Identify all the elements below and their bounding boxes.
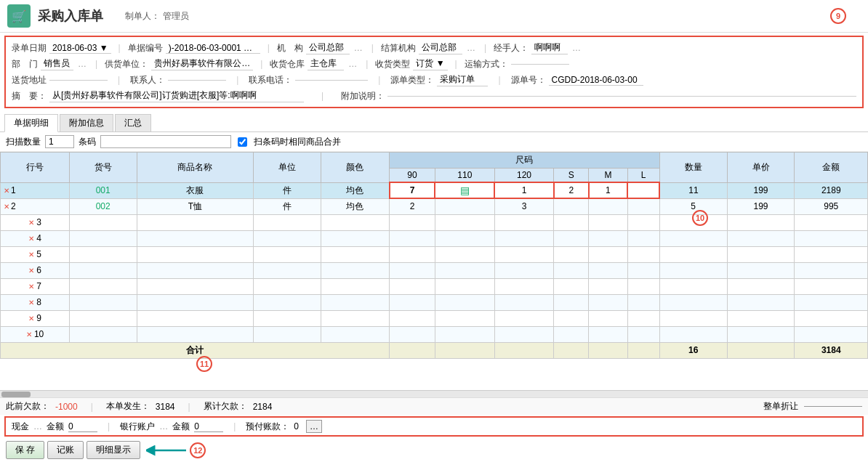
col-rownum: 行号 xyxy=(1,153,70,183)
status-bar: 此前欠款： -1000 | 本单发生： 3184 | 累计欠款： 2184 整单… xyxy=(0,397,868,415)
current-value: 3184 xyxy=(156,402,175,412)
prepay-button[interactable]: … xyxy=(306,420,322,433)
scrollbar-thumb[interactable] xyxy=(1,392,31,397)
action-bar: 保 存 记账 明细显示 12 xyxy=(0,438,868,462)
cell-size-m[interactable] xyxy=(589,198,627,214)
total-debt-label: 累计欠款： xyxy=(204,400,247,413)
barcode-label: 条码 xyxy=(79,136,96,148)
detail-button[interactable]: 明细显示 xyxy=(87,441,140,459)
col-color: 颜色 xyxy=(321,153,389,183)
scan-bar: 扫描数量 条码 扫条码时相同商品合并 xyxy=(0,132,868,152)
bank-label: 银行账户 xyxy=(120,421,155,433)
header-row-1: 行号 货号 商品名称 单位 颜色 尺码 数量 单价 金额 xyxy=(1,153,868,169)
merge-checkbox[interactable] xyxy=(238,137,247,147)
main-table: 行号 货号 商品名称 单位 颜色 尺码 数量 单价 金额 90 110 120 … xyxy=(0,152,868,359)
cell-size-120[interactable]: 1 xyxy=(494,182,554,198)
cell-size-m[interactable]: 1 xyxy=(589,182,627,198)
app-icon: 🛒 xyxy=(7,4,31,28)
payment-row: 现金 … 金额 0 | 银行账户 … 金额 0 | 预付账款： 0 … xyxy=(4,416,864,437)
cash-amount-label: 金额 xyxy=(47,421,64,433)
arrow-icon xyxy=(146,443,190,458)
table-wrapper[interactable]: 10 行号 货号 商品名称 单位 颜色 尺码 数量 单价 金额 90 110 xyxy=(0,152,868,390)
cell-size-l[interactable] xyxy=(627,198,659,214)
table-row[interactable]: ✕ 7 xyxy=(1,278,868,294)
merge-label: 扫条码时相同商品合并 xyxy=(254,136,341,148)
col-goodsno: 货号 xyxy=(69,153,137,183)
col-size-110: 110 xyxy=(435,169,494,183)
cell-amount[interactable]: 995 xyxy=(795,198,868,214)
badge-10: 10 xyxy=(692,210,708,226)
account-button[interactable]: 记账 xyxy=(47,441,84,459)
cell-size-s[interactable]: 2 xyxy=(554,182,589,198)
cell-size-120[interactable]: 3 xyxy=(494,198,554,214)
cell-color[interactable]: 均色 xyxy=(321,182,389,198)
cell-size-l[interactable] xyxy=(627,182,659,198)
form-area: 录单日期 2018-06-03 ▼ | 单据编号 )-2018-06-03-00… xyxy=(4,36,864,108)
total-price xyxy=(727,342,795,358)
col-size-m: M xyxy=(589,169,627,183)
cell-price[interactable]: 199 xyxy=(727,198,795,214)
cell-price[interactable]: 199 xyxy=(727,182,795,198)
current-label: 本单发生： xyxy=(106,400,150,413)
cell-size-90[interactable]: 7 xyxy=(390,182,435,198)
tab-additional[interactable]: 附加信息 xyxy=(60,114,113,131)
total-debt-value: 2184 xyxy=(253,402,273,412)
table-row[interactable]: ✕ 2 002 T恤 件 均色 2 3 5 199 995 xyxy=(1,198,868,214)
cell-rownum: ✕ 2 xyxy=(1,198,70,214)
table-row[interactable]: ✕ 8 xyxy=(1,294,868,310)
col-size-120: 120 xyxy=(494,169,554,183)
form-row-4: 摘 要： 从[贵州好易事软件有限公司]订货购进[衣服]等:啊啊啊 | 附加说明： xyxy=(12,88,856,104)
cell-goodsname[interactable]: T恤 xyxy=(137,198,253,214)
table-row[interactable]: ✕ 1 001 衣服 件 均色 7 ▤ 1 2 1 11 199 2189 xyxy=(1,182,868,198)
cell-qty[interactable]: 11 xyxy=(659,182,727,198)
cell-goodsname[interactable]: 衣服 xyxy=(137,182,253,198)
badge-9: 9 xyxy=(830,8,846,24)
col-unit: 单位 xyxy=(253,153,321,183)
page-title: 采购入库单 xyxy=(38,7,103,25)
col-amount: 金额 xyxy=(795,153,868,183)
cell-unit[interactable]: 件 xyxy=(253,182,321,198)
prev-debt-label: 此前欠款： xyxy=(6,400,49,413)
scrollbar[interactable] xyxy=(0,390,868,397)
table-row[interactable]: ✕ 9 xyxy=(1,310,868,326)
cell-size-110[interactable] xyxy=(435,198,494,214)
col-price: 单价 xyxy=(727,153,795,183)
cell-color[interactable]: 均色 xyxy=(321,198,389,214)
prepay-label: 预付账款： xyxy=(246,421,289,433)
table-row[interactable]: ✕ 4 xyxy=(1,230,868,246)
tab-summary[interactable]: 汇总 xyxy=(115,114,151,131)
badge-11: 11 xyxy=(196,356,212,372)
cell-size-s[interactable] xyxy=(554,198,589,214)
total-label: 合计 xyxy=(1,342,390,358)
bank-dots[interactable]: … xyxy=(159,421,168,431)
cell-rownum: ✕ 1 xyxy=(1,182,70,198)
form-row-1: 录单日期 2018-06-03 ▼ | 单据编号 )-2018-06-03-00… xyxy=(12,40,856,56)
cell-size-90[interactable]: 2 xyxy=(390,198,435,214)
cell-goodsno[interactable]: 002 xyxy=(69,198,137,214)
save-button[interactable]: 保 存 xyxy=(6,441,44,459)
barcode-input[interactable] xyxy=(100,135,231,148)
scan-qty-input[interactable] xyxy=(45,135,74,148)
tabs-area: 单据明细 附加信息 汇总 xyxy=(0,111,868,132)
form-row-2: 部 门 销售员 … | 供货单位： 贵州好易事软件有限公… | 收货仓库 主仓库… xyxy=(12,56,856,72)
table-row[interactable]: ✕ 3 xyxy=(1,214,868,230)
col-size-90: 90 xyxy=(390,169,435,183)
bank-amount-value[interactable]: 0 xyxy=(194,421,223,432)
table-row[interactable]: ✕ 6 xyxy=(1,262,868,278)
cash-dots[interactable]: … xyxy=(33,421,42,431)
form-row-3: 送货地址 | 联系人： | 联系电话： | 源单类型： 采购订单 | 源单号： … xyxy=(12,72,856,88)
scan-qty-label: 扫描数量 xyxy=(6,136,41,148)
bank-amount-label: 金额 xyxy=(172,421,190,433)
cell-amount[interactable]: 2189 xyxy=(795,182,868,198)
badge-12: 12 xyxy=(190,442,206,458)
header: 🛒 采购入库单 制单人： 管理员 9 xyxy=(0,0,868,33)
cell-size-110[interactable]: ▤ xyxy=(435,182,494,198)
total-row: 合计 16 3184 xyxy=(1,342,868,358)
cell-unit[interactable]: 件 xyxy=(253,198,321,214)
cell-goodsno[interactable]: 001 xyxy=(69,182,137,198)
table-row[interactable]: ✕ 10 xyxy=(1,326,868,342)
cash-amount-value[interactable]: 0 xyxy=(68,421,97,432)
discount-value[interactable] xyxy=(804,406,862,407)
table-row[interactable]: ✕ 5 xyxy=(1,246,868,262)
tab-detail[interactable]: 单据明细 xyxy=(4,114,58,132)
